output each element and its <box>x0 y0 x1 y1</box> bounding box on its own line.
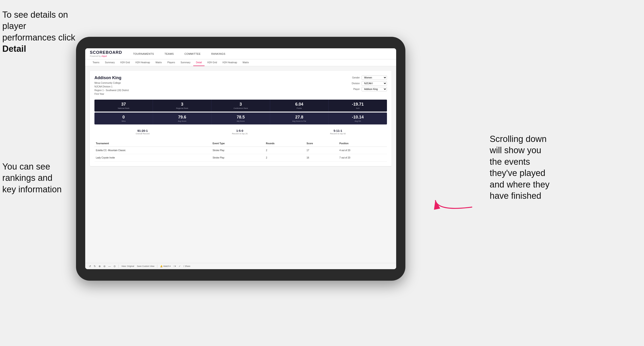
annotation-bottomleft: You can see rankings and key information <box>2 161 80 195</box>
player-school: Mesa Community College <box>94 82 121 84</box>
toolbar-screen[interactable]: □▾ <box>174 265 176 267</box>
tournament-table: Tournament Event Type Rounds Score Posit… <box>94 140 387 162</box>
logo-powered: Powered by clippd <box>90 55 122 57</box>
subnav-players[interactable]: Players <box>165 59 178 66</box>
division-select[interactable]: NJCAA I <box>362 81 387 86</box>
toolbar-view-original[interactable]: View: Original <box>122 265 134 267</box>
player-name: Addison King <box>94 75 129 80</box>
cell-event-type: Stroke Play <box>211 154 265 162</box>
stat-cell2: 79.6Avg Score <box>153 113 212 125</box>
division-control: Division NJCAA I <box>350 81 387 86</box>
toolbar-expand[interactable]: ⤢ <box>179 265 180 267</box>
record-item: 91-20-1Overall Record <box>136 129 150 135</box>
annotation-topleft: To see details on player performances cl… <box>2 9 80 55</box>
toolbar-zoom-in[interactable]: ⊕ <box>98 265 101 268</box>
tablet-screen: SCOREBOARD Powered by clippd TOURNAMENTS… <box>85 48 396 269</box>
stat-cell: 3Conference Rank <box>212 100 270 112</box>
subnav-h2h-heatmap[interactable]: H2H Heatmap <box>133 59 153 66</box>
cell-tournament: Lady Coyote Invite <box>94 154 211 162</box>
col-tournament: Tournament <box>94 140 211 147</box>
subnav-summary2[interactable]: Summary <box>178 59 193 66</box>
stat-cell2: -10.14Avg SG <box>329 113 387 125</box>
nav-rankings[interactable]: RANKINGS <box>209 51 227 56</box>
player-info: Addison King Mesa Community College NJCA… <box>94 75 129 96</box>
nav-committee[interactable]: COMMITTEE <box>183 51 203 56</box>
nav-teams[interactable]: TEAMS <box>162 51 176 56</box>
player-division: NJCAA Division 1 <box>94 85 112 88</box>
col-score: Score <box>305 140 338 147</box>
record-item: 5-11-1Record vs top 50 <box>330 129 346 135</box>
cell-score: 17 <box>305 147 338 154</box>
player-label: Player <box>350 88 360 90</box>
subnav-teams[interactable]: Teams <box>90 59 102 66</box>
player-header: Addison King Mesa Community College NJCA… <box>94 75 387 96</box>
gender-select[interactable]: Women <box>362 75 387 80</box>
bottom-toolbar: ↺ ↻ ⊕ ⊖ — ⊙ View: Original Save Custom V… <box>85 263 396 269</box>
toolbar-redo[interactable]: ↻ <box>94 265 96 268</box>
toolbar-sep2 <box>157 265 157 268</box>
subnav-h2h-grid2[interactable]: H2H Grid <box>204 59 220 66</box>
subnav-h2h-grid[interactable]: H2H Grid <box>118 59 133 66</box>
table-row: Estella CC- Mountain Classic Stroke Play… <box>94 147 387 154</box>
cell-position: 7 out of 20 <box>338 154 387 162</box>
content-card: Addison King Mesa Community College NJCA… <box>90 71 392 166</box>
gender-control: Gender Women <box>350 75 387 80</box>
toolbar-save-custom[interactable]: Save Custom View <box>137 265 154 267</box>
stat-cell2: 78.5Adj Score <box>212 113 270 125</box>
main-content[interactable]: Addison King Mesa Community College NJCA… <box>85 66 396 263</box>
tablet-frame: SCOREBOARD Powered by clippd TOURNAMENTS… <box>76 37 406 281</box>
table-header-row: Tournament Event Type Rounds Score Posit… <box>94 140 387 147</box>
stat-cell2: 27.8Avg Score to Par <box>270 113 329 125</box>
toolbar-share[interactable]: ⟨ Share <box>183 265 190 267</box>
subnav-matrix2[interactable]: Matrix <box>240 59 252 66</box>
player-control: Player Addison King <box>350 87 387 91</box>
player-region: Region 1 - Southwest (18) District <box>94 89 129 92</box>
logo-area: SCOREBOARD Powered by clippd <box>90 50 122 57</box>
cell-event-type: Stroke Play <box>211 147 265 154</box>
stat-cell: 37National Rank <box>94 100 153 112</box>
stats-row2: 0Wins79.6Avg Score78.5Adj Score27.8Avg S… <box>94 113 387 125</box>
stat-cell: 6.04Points <box>270 100 329 112</box>
sub-nav: Teams Summary H2H Grid H2H Heatmap Matri… <box>85 59 396 66</box>
cell-score: 16 <box>305 154 338 162</box>
stat-cell: 3Regional Rank <box>153 100 212 112</box>
logo-scoreboard: SCOREBOARD <box>90 50 122 55</box>
gender-label: Gender <box>350 76 360 79</box>
subnav-h2h-heatmap2[interactable]: H2H Heatmap <box>220 59 240 66</box>
cell-rounds: 2 <box>265 154 305 162</box>
col-event-type: Event Type <box>211 140 265 147</box>
col-position: Position <box>338 140 387 147</box>
division-label: Division <box>350 82 360 85</box>
toolbar-zoom-out[interactable]: ⊖ <box>104 265 106 268</box>
annotation-bottomright: Scrolling down will show you the events … <box>490 133 568 201</box>
table-row: Lady Coyote Invite Stroke Play 2 16 7 ou… <box>94 154 387 162</box>
stats-row1: 37National Rank3Regional Rank3Conference… <box>94 100 387 112</box>
cell-position: 4 out of 20 <box>338 147 387 154</box>
subnav-matrix[interactable]: Matrix <box>153 59 164 66</box>
record-item: 1-5-0Record vs top 25 <box>232 129 248 135</box>
subnav-summary[interactable]: Summary <box>102 59 118 66</box>
toolbar-watch[interactable]: 🔔 Watch ▾ <box>160 265 171 267</box>
player-select[interactable]: Addison King <box>362 87 387 91</box>
col-rounds: Rounds <box>265 140 305 147</box>
cell-rounds: 2 <box>265 147 305 154</box>
player-controls: Gender Women Division NJCAA I <box>350 75 387 96</box>
nav-tournaments[interactable]: TOURNAMENTS <box>131 51 156 56</box>
player-year: First Year <box>94 93 104 95</box>
stat-cell2: 0Wins <box>94 113 153 125</box>
toolbar-fit[interactable]: — <box>108 265 111 268</box>
nav-bar: SCOREBOARD Powered by clippd TOURNAMENTS… <box>85 48 396 59</box>
records-row: 91-20-1Overall Record1-5-0Record vs top … <box>94 127 387 137</box>
toolbar-undo[interactable]: ↺ <box>89 265 91 268</box>
stat-cell: -19.71SoS <box>329 100 387 112</box>
cell-tournament: Estella CC- Mountain Classic <box>94 147 211 154</box>
subnav-detail[interactable]: Detail <box>193 59 205 66</box>
toolbar-reset[interactable]: ⊙ <box>114 265 116 268</box>
